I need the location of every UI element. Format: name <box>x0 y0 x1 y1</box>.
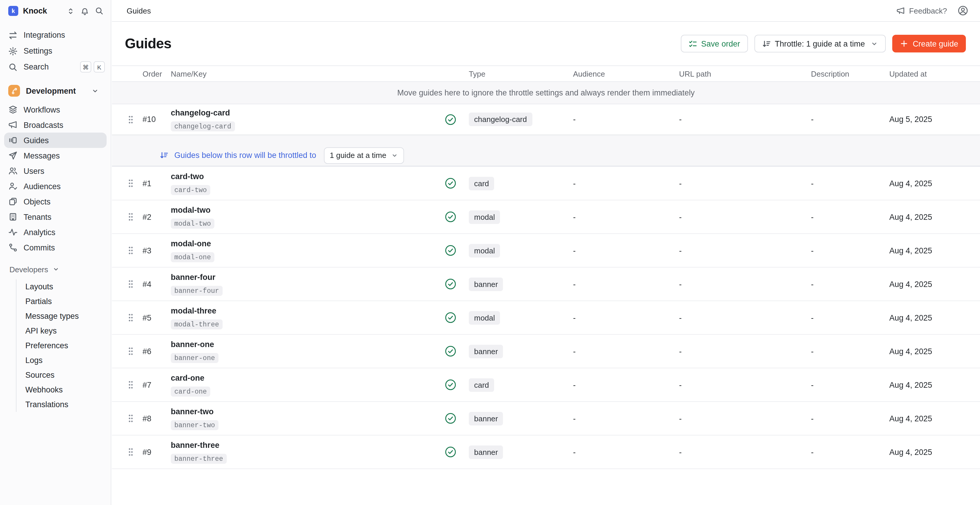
users-icon <box>8 166 18 175</box>
drag-handle-icon[interactable] <box>128 280 143 288</box>
sidebar-item-layouts[interactable]: Layouts <box>16 279 111 294</box>
sidebar-item-settings[interactable]: Settings <box>0 43 111 59</box>
guide-key-badge: modal-one <box>171 252 215 262</box>
guide-url-path: - <box>679 414 811 423</box>
guide-status <box>445 413 469 424</box>
sidebar-item-sources[interactable]: Sources <box>16 368 111 382</box>
environment-switcher[interactable]: Development <box>0 83 111 99</box>
throttle-setting-button[interactable]: Throttle: 1 guide at a time <box>754 35 886 53</box>
breadcrumb[interactable]: Guides <box>127 6 151 15</box>
sidebar-item-logs[interactable]: Logs <box>16 353 111 368</box>
workspace-selector-icon[interactable] <box>67 7 75 15</box>
sidebar-item-preferences[interactable]: Preferences <box>16 338 111 353</box>
sidebar-item-objects[interactable]: Objects <box>0 194 111 209</box>
guide-name: card-two <box>171 172 445 181</box>
check-circle-icon <box>445 413 469 424</box>
drag-handle-icon[interactable] <box>128 314 143 322</box>
checklist-icon <box>688 39 697 48</box>
drag-handle-icon[interactable] <box>128 179 143 187</box>
table-row[interactable]: #3 modal-one modal-one modal - - - Aug 4… <box>112 234 980 268</box>
sidebar-item-broadcasts[interactable]: Broadcasts <box>0 117 111 132</box>
sidebar-item-webhooks[interactable]: Webhooks <box>16 382 111 397</box>
sidebar-item-messages[interactable]: Messages <box>0 148 111 163</box>
guide-order: #6 <box>143 347 171 355</box>
check-circle-icon <box>445 345 469 357</box>
drag-handle-icon[interactable] <box>128 246 143 255</box>
guide-key-badge: modal-two <box>171 218 215 229</box>
table-row[interactable]: #7 card-one card-one card - - - Aug 4, 2… <box>112 368 980 402</box>
table-row[interactable]: #6 banner-one banner-one banner - - - Au… <box>112 335 980 368</box>
guide-status <box>445 379 469 391</box>
megaphone-icon <box>896 6 905 15</box>
developers-section-toggle[interactable]: Developers <box>0 263 111 276</box>
sidebar-item-analytics[interactable]: Analytics <box>0 225 111 240</box>
guide-type-badge: banner <box>469 412 503 425</box>
save-order-button[interactable]: Save order <box>681 35 748 53</box>
guide-name-key: banner-one banner-one <box>171 340 445 362</box>
sidebar-item-search[interactable]: Search ⌘ K <box>0 59 111 75</box>
table-row[interactable]: #2 modal-two modal-two modal - - - Aug 4… <box>112 200 980 234</box>
drag-handle-icon[interactable] <box>128 347 143 355</box>
sidebar-item-api-keys[interactable]: API keys <box>16 323 111 338</box>
guide-audience: - <box>573 313 679 322</box>
drag-handle-icon[interactable] <box>128 448 143 456</box>
guide-url-path: - <box>679 179 811 188</box>
sidebar-item-commits[interactable]: Commits <box>0 240 111 255</box>
check-circle-icon <box>445 446 469 458</box>
sidebar-item-message-types[interactable]: Message types <box>16 309 111 323</box>
table-row[interactable]: #10 changelog-card changelog-card change… <box>112 104 980 135</box>
commit-graph-icon <box>8 243 18 252</box>
guide-key-badge: changelog-card <box>171 121 235 131</box>
guide-type: card <box>469 177 573 190</box>
sidebar-item-guides[interactable]: Guides <box>4 132 107 148</box>
throttle-amount-select[interactable]: 1 guide at a time <box>324 147 404 164</box>
guide-updated-at: Aug 4, 2025 <box>889 313 980 322</box>
guide-name: changelog-card <box>171 108 445 117</box>
column-header-order: Order <box>143 69 171 78</box>
sidebar-item-partials[interactable]: Partials <box>16 294 111 309</box>
check-circle-icon <box>445 177 469 189</box>
guide-audience: - <box>573 347 679 355</box>
developers-list: Layouts Partials Message types API keys … <box>16 279 111 412</box>
search-icon[interactable] <box>95 6 103 15</box>
table-row[interactable]: #5 modal-three modal-three modal - - - A… <box>112 301 980 335</box>
guide-type: modal <box>469 311 573 324</box>
sidebar-item-translations[interactable]: Translations <box>16 397 111 412</box>
guide-name: modal-one <box>171 239 445 248</box>
sidebar-item-integrations[interactable]: Integrations <box>0 27 111 43</box>
guide-type-badge: changelog-card <box>469 113 532 126</box>
drag-handle-icon[interactable] <box>128 414 143 422</box>
guide-url-path: - <box>679 280 811 288</box>
drag-handle-icon[interactable] <box>128 381 143 389</box>
table-row[interactable]: #8 banner-two banner-two banner - - - Au… <box>112 402 980 435</box>
sidebar-item-users[interactable]: Users <box>0 163 111 178</box>
notifications-bell-icon[interactable] <box>80 6 89 16</box>
account-menu-icon[interactable] <box>958 5 968 16</box>
guide-status <box>445 278 469 290</box>
check-circle-icon <box>445 113 469 125</box>
sidebar-item-workflows[interactable]: Workflows <box>0 102 111 117</box>
developers-section-label: Developers <box>10 265 48 274</box>
exempt-zone-hint: Move guides here to ignore the throttle … <box>112 82 980 104</box>
guide-type-badge: banner <box>469 445 503 459</box>
feedback-button[interactable]: Feedback? <box>896 6 947 15</box>
drag-handle-icon[interactable] <box>128 213 143 221</box>
app: k Knock Integrations <box>0 0 980 505</box>
sidebar-item-tenants[interactable]: Tenants <box>0 209 111 225</box>
table-row[interactable]: #1 card-two card-two card - - - Aug 4, 2… <box>112 167 980 200</box>
create-guide-label: Create guide <box>913 39 958 48</box>
kbd-k: K <box>94 61 105 72</box>
guides-icon <box>8 135 18 145</box>
throttle-amount-value: 1 guide at a time <box>330 151 387 160</box>
create-guide-button[interactable]: Create guide <box>892 35 966 53</box>
sidebar-item-audiences[interactable]: Audiences <box>0 178 111 194</box>
guide-updated-at: Aug 4, 2025 <box>889 414 980 423</box>
sidebar-top-nav: Integrations Settings Search ⌘ K <box>0 27 111 75</box>
throttle-exempt-zone: Move guides here to ignore the throttle … <box>112 82 980 167</box>
table-row[interactable]: #4 banner-four banner-four banner - - - … <box>112 268 980 301</box>
guide-order: #4 <box>143 280 171 288</box>
send-icon <box>8 151 18 160</box>
table-row[interactable]: #9 banner-three banner-three banner - - … <box>112 435 980 469</box>
drag-handle-icon[interactable] <box>128 115 143 123</box>
workspace-switcher[interactable]: k Knock <box>0 0 111 16</box>
